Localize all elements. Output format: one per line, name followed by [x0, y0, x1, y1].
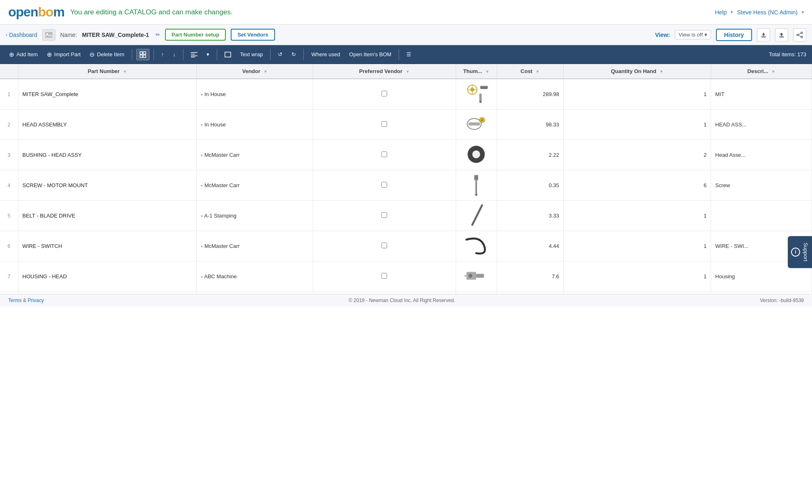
download-icon[interactable] [757, 28, 770, 41]
redo-button[interactable]: ↻ [288, 49, 299, 60]
preferred-vendor-checkbox[interactable] [381, 121, 387, 127]
vendor-dropdown-icon[interactable]: ▾ [201, 214, 203, 218]
dashboard-label: Dashboard [9, 32, 37, 38]
support-tab[interactable]: Support i [788, 236, 812, 268]
toolbar-divider-2 [154, 49, 154, 60]
part-number-cell: BUSHING - HEAD ASSY [18, 140, 197, 170]
description-sort-icon: ▼ [771, 69, 775, 74]
thumbnail-cell [456, 170, 497, 201]
cost-cell: 3.33 [497, 201, 564, 231]
quantity-cell: 1 [564, 261, 711, 292]
part-number-cell: HEAD ASSEMBLY [18, 110, 197, 140]
cost-cell: 98.33 [497, 110, 564, 140]
description-cell: MIT [711, 79, 812, 110]
preferred-vendor-checkbox[interactable] [381, 182, 387, 188]
svg-rect-10 [143, 52, 146, 54]
share-icon[interactable] [793, 28, 806, 41]
upload-icon[interactable] [775, 28, 788, 41]
vendor-dropdown-icon[interactable]: ▾ [201, 244, 203, 249]
more-options-icon: ☰ [406, 51, 411, 57]
import-part-button[interactable]: ⊕ Import Part [44, 49, 84, 60]
footer-terms-privacy: Terms & Privacy [8, 298, 44, 303]
more-options-button[interactable]: ☰ [403, 49, 415, 60]
vendor-sort-icon: ▼ [264, 69, 268, 74]
preferred-vendor-checkbox[interactable] [381, 151, 387, 157]
preferred-vendor-checkbox[interactable] [381, 273, 387, 279]
col-header-thumbnail[interactable]: Thum... ▼ [456, 64, 497, 79]
name-label: Name: [60, 32, 77, 38]
vendor-dropdown-icon[interactable]: ▾ [201, 92, 203, 97]
align-dropdown-icon: ▾ [206, 51, 209, 57]
col-header-part-number[interactable]: Part Number ▼ [18, 64, 197, 79]
edit-pencil-icon[interactable]: ✏ [156, 32, 160, 38]
total-items-label: Total items: 173 [769, 51, 806, 57]
text-wrap-button[interactable]: Text wrap [237, 49, 266, 60]
move-up-button[interactable]: ↑ [158, 49, 167, 60]
view-select[interactable]: View is off ▾ [675, 30, 711, 39]
privacy-link[interactable]: Privacy [28, 298, 44, 303]
undo-button[interactable]: ↺ [275, 49, 286, 60]
dashboard-chevron-icon: ‹ [6, 32, 7, 38]
svg-rect-41 [465, 275, 468, 277]
toolbar-divider-1 [132, 49, 132, 60]
svg-point-25 [479, 101, 482, 103]
col-header-cost[interactable]: Cost ▼ [497, 64, 564, 79]
add-item-button[interactable]: ⊕ Add Item [6, 49, 41, 60]
col-header-vendor[interactable]: Vendor ▼ [197, 64, 313, 79]
align-dropdown-button[interactable]: ▾ [203, 49, 213, 60]
move-down-button[interactable]: ↓ [170, 49, 179, 60]
vendor-dropdown-icon[interactable]: ▾ [201, 153, 203, 158]
preferred-vendor-checkbox[interactable] [381, 212, 387, 218]
col-header-quantity[interactable]: Quantity On Hand ▼ [564, 64, 711, 79]
undo-icon: ↺ [278, 51, 282, 57]
catalog-name: MITER SAW_Complete-1 [82, 32, 149, 38]
svg-rect-29 [481, 119, 483, 121]
align-left-button[interactable] [188, 50, 201, 60]
vendor-cell: ▾ In House [197, 79, 313, 110]
toolbar-divider-5 [270, 49, 271, 60]
table-row: 1 MITER SAW_Complete ▾ In House 289.98 1… [0, 79, 812, 110]
vendor-dropdown-icon[interactable]: ▾ [201, 275, 203, 279]
svg-rect-17 [225, 52, 231, 57]
vendor-cell: ▾ McMaster Carr [197, 170, 313, 201]
col-header-description[interactable]: Descri... ▼ [711, 64, 812, 79]
catalog-image-button[interactable] [42, 29, 55, 41]
view-value: View is off [679, 32, 703, 38]
row-number: 4 [0, 170, 18, 201]
quantity-cell: 6 [564, 170, 711, 201]
col-header-preferred-vendor[interactable]: Preferred Vendor ▼ [313, 64, 456, 79]
vendor-dropdown-icon[interactable]: ▾ [201, 183, 203, 188]
import-part-icon: ⊕ [47, 51, 52, 58]
preferred-vendor-checkbox[interactable] [381, 91, 387, 96]
where-used-button[interactable]: Where used [308, 49, 343, 60]
svg-line-37 [473, 205, 482, 225]
row-number: 6 [0, 231, 18, 261]
description-cell: Head Asse... [711, 140, 812, 170]
row-number: 3 [0, 140, 18, 170]
vendor-cell: ▾ McMaster Carr [197, 231, 313, 261]
grid-view-icon[interactable] [136, 49, 149, 60]
part-number-sort-icon: ▼ [123, 69, 127, 74]
toolbar-divider-3 [183, 49, 184, 60]
open-item-bom-button[interactable]: Open Item's BOM [346, 49, 395, 60]
user-link[interactable]: Steve Hess (NC Admin) [737, 9, 798, 16]
col-header-row-num [0, 64, 18, 79]
support-label: Support [803, 243, 809, 261]
svg-line-8 [798, 35, 801, 37]
part-number-setup-button[interactable]: Part Number setup [165, 29, 226, 41]
image-icon [45, 32, 53, 38]
preferred-vendor-checkbox[interactable] [381, 243, 387, 248]
history-button[interactable]: History [716, 29, 752, 41]
preferred-vendor-cell [313, 261, 456, 292]
expand-button[interactable] [221, 50, 234, 60]
svg-rect-24 [479, 94, 482, 101]
dashboard-link[interactable]: ‹ Dashboard [6, 32, 37, 38]
edit-notice: You are editing a CATALOG and can make c… [70, 8, 233, 16]
terms-link[interactable]: Terms [8, 298, 22, 303]
help-link[interactable]: Help [715, 9, 727, 16]
delete-item-button[interactable]: ⊖ Delete Item [86, 49, 127, 60]
vendor-dropdown-icon[interactable]: ▾ [201, 123, 203, 127]
set-vendors-button[interactable]: Set Vendors [231, 29, 275, 41]
svg-rect-2 [761, 37, 766, 37]
cost-cell: 289.98 [497, 79, 564, 110]
